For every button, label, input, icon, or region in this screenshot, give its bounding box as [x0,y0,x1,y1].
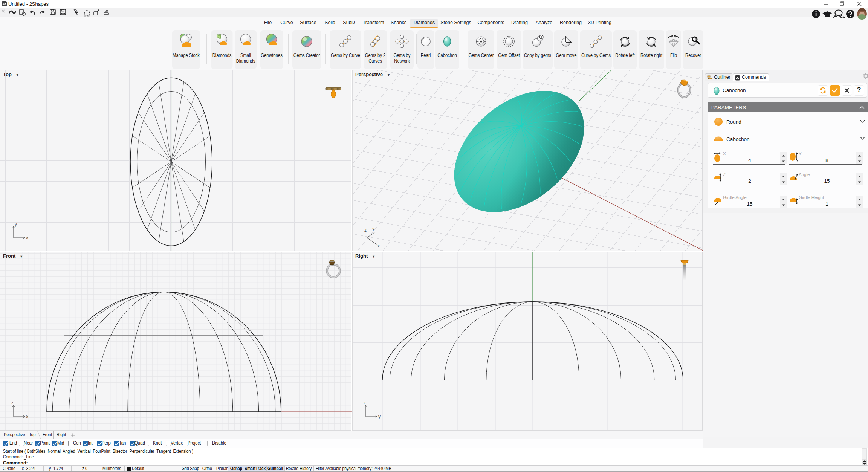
svg-text:x: x [377,243,380,249]
svg-text:x: x [26,235,28,240]
svg-text:z: z [11,400,14,405]
svg-text:z: z [364,400,366,405]
svg-text:x: x [26,414,28,419]
svg-text:y: y [15,221,17,227]
svg-text:z: z [364,228,367,233]
svg-text:y: y [378,414,381,419]
svg-text:y: y [372,226,374,231]
